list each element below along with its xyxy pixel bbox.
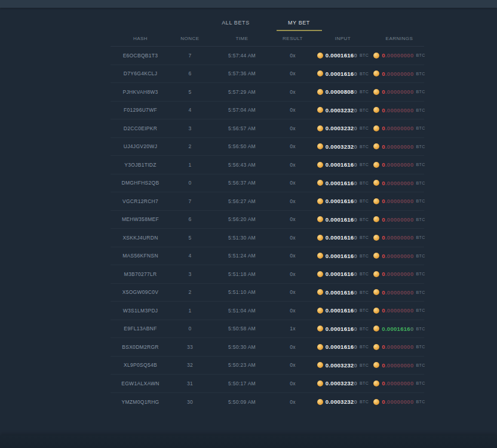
bet-input: 0.00016160 BTC — [311, 198, 375, 204]
bet-input-amount: 0.00016160 — [326, 180, 357, 186]
bet-result: 0x — [274, 198, 311, 204]
bet-time: 5:57:04 AM — [210, 107, 274, 113]
bet-row: Y3OJB1TIDZ 1 5:56:43 AM 0x 0.00016160 BT… — [111, 156, 424, 174]
bet-result: 0x — [274, 107, 311, 113]
column-header-hash: HASH — [111, 36, 170, 41]
bet-input-amount: 0.00016160 — [326, 70, 357, 77]
btc-currency-label: BTC — [360, 327, 369, 331]
bet-row: XL9P0SQ54B 32 5:50:23 AM 0x 0.00032320 B… — [111, 357, 424, 375]
btc-coin-icon — [373, 289, 379, 295]
bet-earnings: 0.00000000 BTC — [375, 307, 424, 314]
bet-input: 0.00016160 BTC — [311, 180, 375, 186]
bet-row: PJHKVAH8W3 5 5:57:29 AM 0x 0.00008080 BT… — [111, 83, 424, 102]
bet-earnings-amount: 0.00000000 — [382, 70, 413, 77]
btc-coin-icon — [317, 289, 323, 295]
bet-earnings: 0.00000000 BTC — [375, 271, 424, 277]
bet-earnings-amount: 0.00000000 — [382, 398, 413, 405]
bet-result: 0x — [274, 70, 311, 76]
bet-hash: D7Y6G4KCLJ — [111, 70, 170, 76]
bet-time: 5:57:36 AM — [210, 70, 274, 76]
bet-result: 0x — [274, 344, 311, 350]
bet-hash: DMGHFHS2QB — [111, 180, 170, 186]
btc-coin-icon — [317, 70, 323, 76]
bet-input: 0.00032320 BTC — [311, 362, 375, 369]
bet-nonce: 3 — [170, 271, 210, 277]
bet-row: UJ4JGV20WJ 2 5:56:50 AM 0x 0.00032320 BT… — [111, 138, 424, 157]
btc-coin-icon — [317, 271, 323, 277]
btc-currency-label: BTC — [360, 108, 369, 112]
bet-input-amount: 0.00016160 — [326, 289, 357, 296]
bet-earnings-amount: 0.00000000 — [382, 289, 413, 296]
bet-time: 5:56:43 AM — [210, 162, 274, 168]
btc-coin-icon — [317, 89, 323, 95]
bet-nonce: 33 — [170, 344, 210, 350]
btc-currency-label: BTC — [416, 345, 425, 349]
tab-my-bet[interactable]: MY BET — [276, 17, 323, 31]
btc-currency-label: BTC — [360, 290, 369, 294]
bet-hash: BSX0DM2RGR — [111, 344, 170, 350]
bet-input-amount: 0.00032320 — [326, 398, 357, 405]
bet-input-amount: 0.00016160 — [326, 271, 357, 277]
bet-input-amount: 0.00016160 — [326, 307, 357, 314]
bet-earnings-amount: 0.00000000 — [382, 343, 413, 350]
bet-time: 5:50:09 AM — [210, 399, 274, 405]
bet-input-amount: 0.00032320 — [326, 143, 357, 150]
btc-coin-icon — [373, 125, 379, 131]
btc-currency-label: BTC — [416, 254, 425, 258]
btc-currency-label: BTC — [416, 162, 425, 167]
column-header-earnings: EARNINGS — [375, 36, 424, 41]
btc-coin-icon — [317, 180, 323, 186]
bet-input-amount: 0.00032320 — [326, 125, 357, 131]
btc-currency-label: BTC — [360, 181, 369, 185]
bet-input-amount: 0.00032320 — [326, 107, 357, 113]
btc-coin-icon — [317, 253, 323, 259]
bet-earnings: 0.00000000 BTC — [375, 198, 424, 204]
bet-input-amount: 0.00016160 — [326, 52, 357, 59]
bet-earnings-amount: 0.00000000 — [382, 107, 413, 113]
bet-earnings-amount: 0.00000000 — [382, 52, 413, 59]
btc-currency-label: BTC — [360, 254, 369, 258]
btc-currency-label: BTC — [360, 363, 369, 367]
top-navigation-bar — [0, 0, 497, 8]
btc-coin-icon — [317, 216, 323, 222]
bet-earnings-amount: 0.00000000 — [382, 180, 413, 186]
bet-row: M3B70277LR 3 5:51:18 AM 0x 0.00016160 BT… — [111, 265, 424, 284]
bet-earnings: 0.00000000 BTC — [375, 161, 424, 168]
bet-nonce: 2 — [170, 143, 210, 149]
bet-input: 0.00016160 BTC — [311, 289, 375, 296]
bet-earnings-amount: 0.00000000 — [382, 88, 413, 95]
btc-coin-icon — [373, 326, 379, 332]
btc-coin-icon — [317, 235, 323, 241]
btc-currency-label: BTC — [416, 199, 425, 203]
btc-coin-icon — [317, 399, 323, 405]
bets-panel: ALL BETS MY BET HASH NONCE TIME RESULT I… — [111, 17, 424, 411]
bet-result: 0x — [274, 399, 311, 405]
bet-earnings-amount: 0.00000000 — [382, 271, 413, 277]
bet-result: 0x — [274, 53, 311, 59]
bet-result: 0x — [274, 216, 311, 222]
bet-nonce: 30 — [170, 399, 210, 405]
bet-nonce: 6 — [170, 216, 210, 222]
bet-time: 5:56:50 AM — [210, 143, 274, 149]
btc-currency-label: BTC — [360, 162, 369, 167]
btc-currency-label: BTC — [360, 308, 369, 312]
bet-time: 5:51:24 AM — [210, 253, 274, 259]
bet-input-amount: 0.00016160 — [326, 198, 357, 204]
bet-earnings-amount: 0.00000000 — [382, 125, 413, 131]
bet-time: 5:50:23 AM — [210, 362, 274, 368]
bet-time: 5:56:57 AM — [210, 125, 274, 131]
bet-earnings: 0.00000000 BTC — [375, 343, 424, 350]
btc-currency-label: BTC — [416, 381, 425, 385]
btc-coin-icon — [317, 308, 323, 314]
bet-result: 0x — [274, 235, 311, 241]
bet-earnings-amount: 0.00000000 — [382, 143, 413, 150]
btc-currency-label: BTC — [360, 126, 369, 130]
bet-earnings: 0.00000000 BTC — [375, 380, 424, 386]
bet-nonce: 4 — [170, 107, 210, 113]
bet-earnings: 0.00000000 BTC — [375, 234, 424, 241]
bet-earnings-amount: 0.00000000 — [382, 362, 413, 369]
tab-all-bets[interactable]: ALL BETS — [213, 17, 259, 31]
bet-hash: MAS56KFNSN — [111, 253, 170, 259]
bet-nonce: 4 — [170, 253, 210, 259]
btc-coin-icon — [373, 308, 379, 314]
